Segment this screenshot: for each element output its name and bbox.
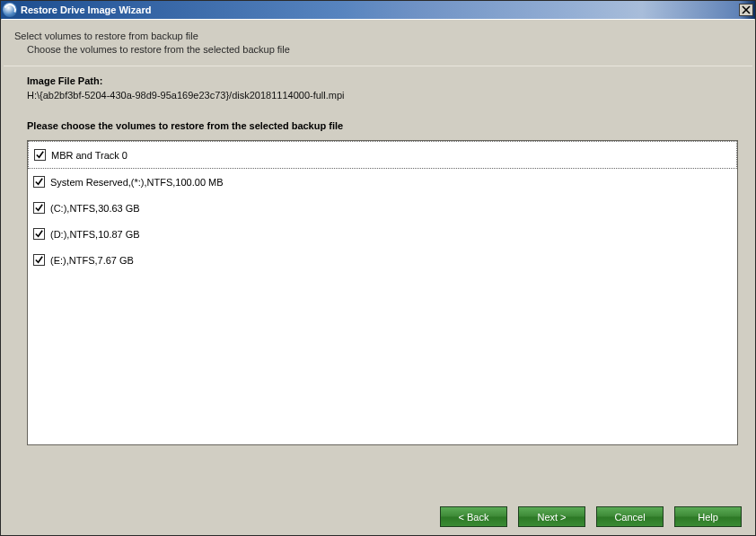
app-icon (3, 3, 17, 17)
button-row: < Back Next > Cancel Help (440, 506, 742, 527)
volume-label: MBR and Track 0 (51, 150, 127, 161)
volume-checkbox[interactable] (33, 228, 45, 240)
volume-checkbox[interactable] (33, 176, 45, 188)
list-item[interactable]: (D:),NTFS,10.87 GB (28, 221, 737, 247)
titlebar-left: Restore Drive Image Wizard (3, 3, 151, 17)
intro-main-text: Select volumes to restore from backup fi… (14, 31, 749, 41)
volume-checkbox[interactable] (34, 149, 46, 161)
volumes-listbox[interactable]: MBR and Track 0System Reserved,(*:),NTFS… (27, 140, 738, 445)
back-button[interactable]: < Back (440, 506, 507, 527)
volume-checkbox[interactable] (33, 254, 45, 266)
volume-label: (C:),NTFS,30.63 GB (50, 203, 140, 214)
volume-checkbox[interactable] (33, 202, 45, 214)
image-file-path-value: H:\{ab2bf3bf-5204-430a-98d9-95a169e23c73… (27, 90, 738, 101)
close-button[interactable] (739, 4, 753, 16)
image-file-path-label: Image File Path: (27, 75, 738, 86)
volume-label: (D:),NTFS,10.87 GB (50, 229, 140, 240)
help-button[interactable]: Help (674, 506, 742, 527)
wizard-page: Select volumes to restore from backup fi… (2, 19, 754, 534)
next-button[interactable]: Next > (518, 506, 585, 527)
list-item[interactable]: MBR and Track 0 (28, 141, 737, 169)
window-title: Restore Drive Image Wizard (21, 4, 151, 15)
select-volumes-label: Please choose the volumes to restore fro… (27, 120, 738, 131)
list-item[interactable]: System Reserved,(*:),NTFS,100.00 MB (28, 169, 737, 195)
titlebar: Restore Drive Image Wizard (1, 1, 755, 19)
volume-label: System Reserved,(*:),NTFS,100.00 MB (50, 177, 224, 188)
list-item[interactable]: (E:),NTFS,7.67 GB (28, 247, 737, 273)
cancel-button[interactable]: Cancel (596, 506, 664, 527)
list-item[interactable]: (C:),NTFS,30.63 GB (28, 195, 737, 221)
intro-block: Select volumes to restore from backup fi… (2, 20, 754, 66)
volume-label: (E:),NTFS,7.67 GB (50, 255, 134, 266)
intro-sub-text: Choose the volumes to restore from the s… (14, 44, 749, 55)
wizard-window: Restore Drive Image Wizard Select volume… (0, 0, 756, 536)
